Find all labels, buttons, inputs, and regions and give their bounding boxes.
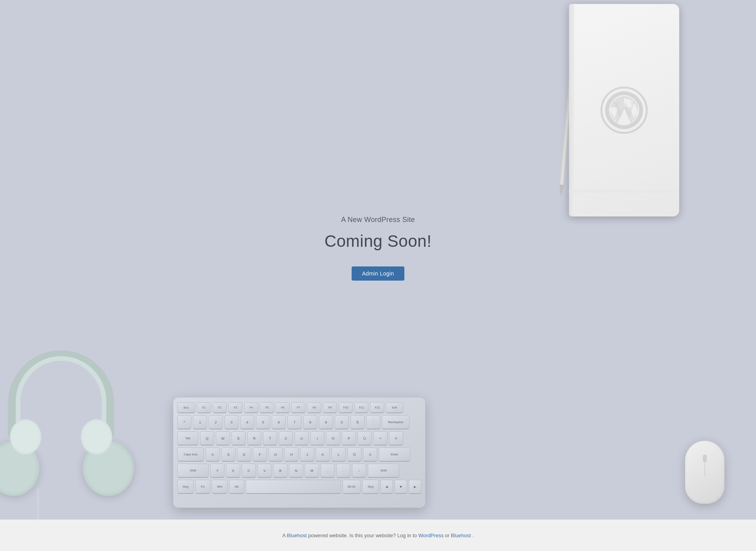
footer-middle: powered website. Is this your website? L… (308, 533, 419, 538)
site-subtitle: A New WordPress Site (341, 216, 415, 224)
footer-wordpress-link[interactable]: WordPress (418, 533, 443, 538)
content-overlay: A New WordPress Site Coming Soon! Admin … (0, 0, 756, 520)
footer-suffix: . (472, 533, 474, 538)
main-area: W Esc F1 F2 F3 F4 F5 F6 F7 F8 F9 F10 F11… (0, 0, 756, 520)
footer-separator: or (445, 533, 451, 538)
footer-bluehost-link[interactable]: Bluehost (287, 533, 307, 538)
footer-bluehost2-link[interactable]: Bluehost (451, 533, 471, 538)
footer-text: A Bluehost powered website. Is this your… (282, 533, 474, 538)
admin-login-button[interactable]: Admin Login (352, 266, 404, 281)
coming-soon-heading: Coming Soon! (324, 232, 432, 251)
footer-prefix: A (282, 533, 285, 538)
footer: A Bluehost powered website. Is this your… (0, 520, 756, 551)
